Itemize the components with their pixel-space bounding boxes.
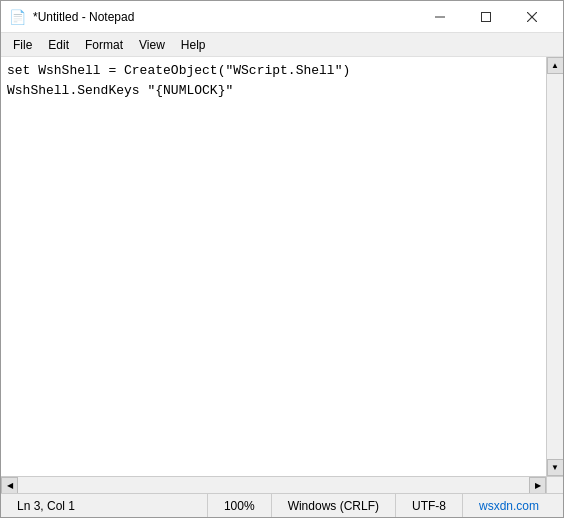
menu-edit[interactable]: Edit: [40, 33, 77, 56]
menu-bar: File Edit Format View Help: [1, 33, 563, 57]
minimize-button[interactable]: [417, 1, 463, 33]
menu-file[interactable]: File: [5, 33, 40, 56]
scroll-corner: [546, 476, 563, 493]
title-bar-left: 📄 *Untitled - Notepad: [9, 9, 134, 25]
cursor-position: Ln 3, Col 1: [9, 494, 208, 517]
scroll-left-button[interactable]: ◀: [1, 477, 18, 494]
website-link[interactable]: wsxdn.com: [463, 494, 555, 517]
menu-format[interactable]: Format: [77, 33, 131, 56]
zoom-level: 100%: [208, 494, 272, 517]
window-title: *Untitled - Notepad: [33, 10, 134, 24]
menu-view[interactable]: View: [131, 33, 173, 56]
app-icon: 📄: [9, 9, 25, 25]
scroll-right-button[interactable]: ▶: [529, 477, 546, 494]
text-editor[interactable]: set WshShell = CreateObject("WScript.She…: [1, 57, 563, 493]
menu-help[interactable]: Help: [173, 33, 214, 56]
scrollbar-horizontal: ◀ ▶: [1, 476, 546, 493]
notepad-window: 📄 *Untitled - Notepad Fi: [0, 0, 564, 518]
editor-container: set WshShell = CreateObject("WScript.She…: [1, 57, 563, 493]
scroll-up-button[interactable]: ▲: [547, 57, 564, 74]
line-ending: Windows (CRLF): [272, 494, 396, 517]
maximize-button[interactable]: [463, 1, 509, 33]
svg-rect-1: [482, 12, 491, 21]
close-button[interactable]: [509, 1, 555, 33]
scroll-down-button[interactable]: ▼: [547, 459, 564, 476]
title-bar-controls: [417, 1, 555, 33]
editor-scroll: set WshShell = CreateObject("WScript.She…: [1, 57, 563, 493]
scroll-track-vertical[interactable]: [547, 74, 563, 459]
scrollbar-vertical: ▲ ▼: [546, 57, 563, 476]
scroll-track-horizontal[interactable]: [18, 477, 529, 493]
encoding: UTF-8: [396, 494, 463, 517]
title-bar: 📄 *Untitled - Notepad: [1, 1, 563, 33]
status-bar: Ln 3, Col 1 100% Windows (CRLF) UTF-8 ws…: [1, 493, 563, 517]
